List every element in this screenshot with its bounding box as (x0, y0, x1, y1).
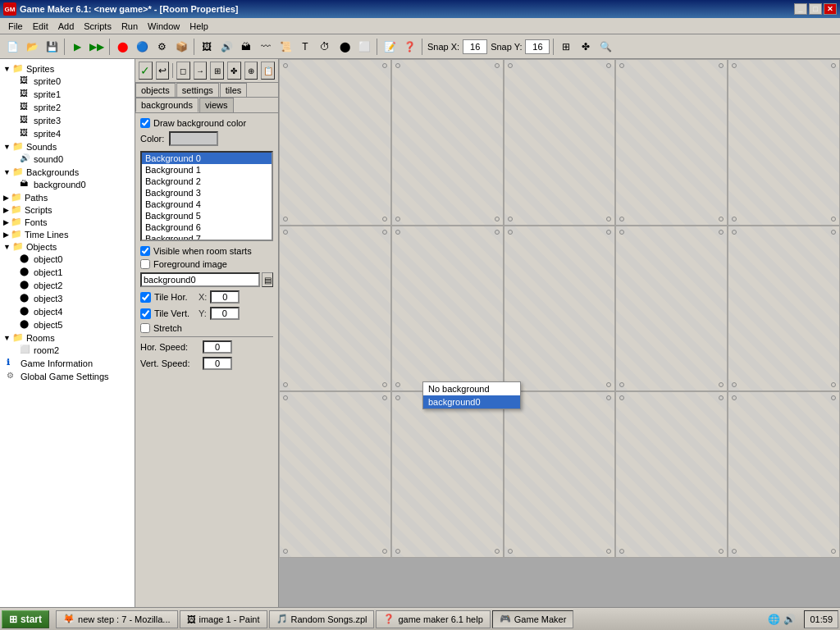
sprite-button[interactable]: 🖼 (198, 38, 216, 56)
taskbar-item-songs[interactable]: 🎵 Random Songs.zpl (269, 610, 375, 628)
tile-vert-checkbox[interactable] (140, 308, 151, 319)
tile-hor-x-input[interactable] (210, 290, 240, 304)
tree-item-global-settings[interactable]: ⚙ Global Game Settings (0, 370, 135, 383)
bg-list-item-3[interactable]: Background 3 (142, 187, 272, 199)
tree-item-sprite2[interactable]: 🖼sprite2 (0, 101, 135, 114)
tree-header-scripts[interactable]: ▶ 📁 Scripts (0, 203, 135, 216)
color-picker[interactable] (169, 131, 218, 146)
game-settings-button[interactable]: ⚙ (153, 38, 171, 56)
tree-item-game-info[interactable]: ℹ Game Information (0, 357, 135, 370)
bg-list-item-1[interactable]: Background 1 (142, 164, 272, 176)
path-button[interactable]: 〰 (257, 38, 275, 56)
start-button[interactable]: ⊞ start (2, 610, 49, 628)
open-button[interactable]: 📂 (23, 38, 41, 56)
bg-list-item-2[interactable]: Background 2 (142, 176, 272, 187)
menu-run[interactable]: Run (116, 20, 143, 33)
taskbar-item-gamemaker[interactable]: 🎮 Game Maker (492, 610, 574, 628)
menu-edit[interactable]: Edit (28, 20, 53, 33)
tree-item-object0[interactable]: ⬤object0 (0, 253, 135, 266)
tree-item-object5[interactable]: ⬤object5 (0, 318, 135, 331)
panel-btn5[interactable]: ⊕ (244, 62, 258, 80)
taskbar-item-mozilla[interactable]: 🦊 new step : 7 - Mozilla... (56, 610, 178, 628)
menu-file[interactable]: File (3, 20, 28, 33)
dropdown-item-background0[interactable]: background0 (423, 395, 520, 409)
menu-window[interactable]: Window (143, 20, 185, 33)
new-button[interactable]: 📄 (3, 38, 21, 56)
ext-button[interactable]: 📦 (172, 38, 190, 56)
zoom-button[interactable]: 🔍 (596, 38, 614, 56)
bg-list-item-0[interactable]: Background 0 (142, 153, 272, 164)
bg-list-item-5[interactable]: Background 5 (142, 210, 272, 221)
script-button[interactable]: 📜 (276, 38, 294, 56)
tree-header-sprites[interactable]: ▼ 📁 Sprites (0, 62, 135, 75)
sound-button[interactable]: 🔊 (217, 38, 235, 56)
menu-help[interactable]: Help (185, 20, 213, 33)
tab-backgrounds[interactable]: backgrounds (135, 98, 199, 112)
tab-views[interactable]: views (199, 98, 234, 112)
tab-tiles[interactable]: tiles (220, 83, 248, 97)
foreground-checkbox[interactable] (140, 259, 150, 269)
tree-header-sounds[interactable]: ▼ 📁 Sounds (0, 140, 135, 153)
window-controls[interactable]: _ □ ✕ (794, 3, 837, 15)
dropdown-item-no-background[interactable]: No background (423, 382, 520, 395)
room-canvas[interactable]: .tile-c { border: 1px solid rgba(120,120… (279, 59, 840, 607)
save-button[interactable]: 💾 (43, 38, 61, 56)
tree-header-backgrounds[interactable]: ▼ 📁 Backgrounds (0, 166, 135, 178)
bg-list-item-7[interactable]: Background 7 (142, 233, 272, 241)
notes-button[interactable]: 📝 (381, 38, 399, 56)
maximize-button[interactable]: □ (809, 3, 822, 15)
stretch-checkbox[interactable] (140, 323, 150, 333)
taskbar-item-paint[interactable]: 🖼 image 1 - Paint (180, 610, 267, 628)
tree-item-sound0[interactable]: 🔊sound0 (0, 153, 135, 166)
tree-item-sprite4[interactable]: 🖼sprite4 (0, 127, 135, 140)
stop-button[interactable]: ⬤ (113, 38, 131, 56)
run-button[interactable]: ▶ (68, 38, 86, 56)
minimize-button[interactable]: _ (794, 3, 807, 15)
debug-button[interactable]: ▶▶ (88, 38, 106, 56)
visible-checkbox[interactable] (140, 246, 150, 256)
tree-item-object2[interactable]: ⬤object2 (0, 279, 135, 292)
vert-speed-input[interactable] (203, 357, 232, 370)
snap-x-input[interactable] (463, 39, 487, 54)
tree-item-background0[interactable]: 🏔background0 (0, 178, 135, 191)
game-info-button[interactable]: 🔵 (133, 38, 151, 56)
browse-button[interactable]: ▤ (262, 272, 273, 287)
bg-list-item-4[interactable]: Background 4 (142, 199, 272, 210)
taskbar-item-help[interactable]: ❓ game maker 6.1 help (376, 610, 490, 628)
confirm-button[interactable]: ✓ (139, 62, 153, 80)
snap-y-input[interactable] (525, 39, 550, 54)
menu-add[interactable]: Add (53, 20, 80, 33)
backgrounds-list[interactable]: Background 0 Background 1 Background 2 B… (140, 151, 273, 241)
timeline-button[interactable]: ⏱ (316, 38, 334, 56)
tab-settings[interactable]: settings (176, 83, 219, 97)
menu-scripts[interactable]: Scripts (79, 20, 116, 33)
bg-list-item-6[interactable]: Background 6 (142, 221, 272, 233)
grid-toggle[interactable]: ⊞ (557, 38, 575, 56)
tree-header-rooms[interactable]: ▼ 📁 Rooms (0, 331, 135, 344)
tree-item-object4[interactable]: ⬤object4 (0, 305, 135, 318)
tree-item-room2[interactable]: ⬜room2 (0, 344, 135, 357)
tree-item-object3[interactable]: ⬤object3 (0, 292, 135, 305)
tree-header-objects[interactable]: ▼ 📁 Objects (0, 240, 135, 253)
tree-item-sprite0[interactable]: 🖼sprite0 (0, 75, 135, 88)
bg-button[interactable]: 🏔 (237, 38, 255, 56)
undo-button[interactable]: ↩ (156, 62, 170, 80)
panel-btn6[interactable]: 📋 (261, 62, 275, 80)
font-button[interactable]: T (296, 38, 314, 56)
draw-bg-color-checkbox[interactable] (140, 118, 150, 128)
tree-header-timelines[interactable]: ▶ 📁 Time Lines (0, 228, 135, 240)
grid-settings[interactable]: ✤ (577, 38, 595, 56)
panel-btn2[interactable]: → (194, 62, 208, 80)
tile-hor-checkbox[interactable] (140, 292, 151, 303)
panel-btn3[interactable]: ⊞ (210, 62, 224, 80)
tree-item-sprite1[interactable]: 🖼sprite1 (0, 88, 135, 101)
tab-objects[interactable]: objects (135, 83, 176, 97)
room-button[interactable]: ⬜ (355, 38, 373, 56)
tree-header-paths[interactable]: ▶ 📁 Paths (0, 191, 135, 203)
panel-btn4[interactable]: ✤ (227, 62, 241, 80)
tree-item-object1[interactable]: ⬤object1 (0, 266, 135, 279)
object-button[interactable]: ⬤ (336, 38, 354, 56)
tree-item-sprite3[interactable]: 🖼sprite3 (0, 114, 135, 127)
help-button[interactable]: ❓ (400, 38, 418, 56)
panel-btn1[interactable]: ◻ (176, 62, 190, 80)
